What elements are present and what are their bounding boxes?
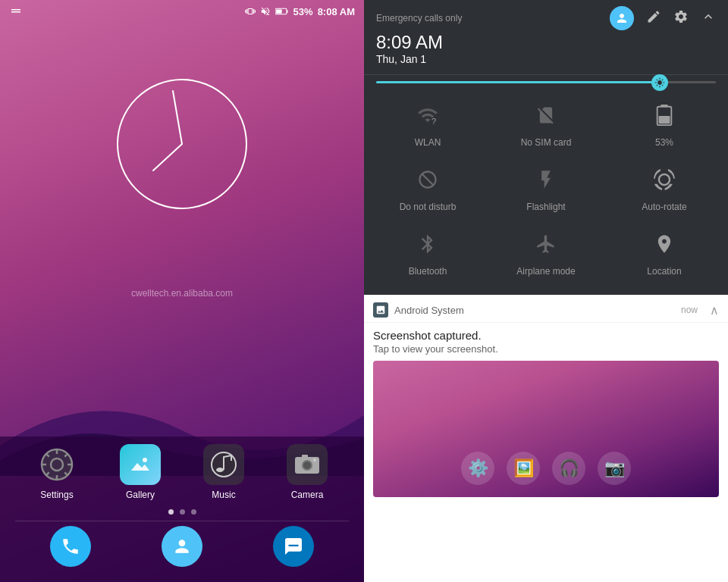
contacts-button[interactable] bbox=[162, 526, 202, 567]
svg-point-21 bbox=[303, 462, 311, 469]
app-row-main: Settings Gallery bbox=[15, 444, 349, 500]
analog-clock bbox=[0, 68, 364, 220]
app-settings[interactable]: Settings bbox=[36, 444, 77, 500]
silent-icon bbox=[260, 6, 271, 17]
page-dots bbox=[15, 509, 349, 515]
bluetooth-label: Bluetooth bbox=[409, 266, 447, 277]
panel-header-top: Emergency calls only bbox=[376, 6, 716, 30]
camera-label: Camera bbox=[291, 490, 324, 500]
brightness-slider[interactable] bbox=[376, 81, 716, 83]
thumb-gallery: 🖼️ bbox=[507, 452, 540, 485]
qs-no-sim[interactable]: No SIM card bbox=[488, 95, 604, 157]
music-label: Music bbox=[212, 490, 235, 500]
home-screen: 53% 8:08 AM cwelltech.en.alibaba.com bbox=[0, 0, 364, 582]
notif-subtitle: Tap to view your screenshot. bbox=[373, 343, 719, 355]
svg-point-16 bbox=[143, 458, 147, 462]
auto-rotate-icon bbox=[654, 169, 675, 196]
emergency-text: Emergency calls only bbox=[376, 13, 462, 23]
panel-icons bbox=[610, 6, 716, 30]
edit-icon[interactable] bbox=[646, 9, 661, 28]
gallery-label: Gallery bbox=[126, 490, 155, 500]
qs-bluetooth[interactable]: Bluetooth bbox=[370, 224, 485, 286]
panel-date: Thu, Jan 1 bbox=[376, 53, 716, 65]
settings-label: Settings bbox=[40, 490, 73, 500]
svg-rect-2 bbox=[276, 9, 282, 13]
battery-percent: 53% bbox=[293, 6, 313, 17]
no-sim-icon bbox=[535, 105, 557, 131]
wlan-icon: ? bbox=[417, 105, 438, 131]
screenshot-thumbnail[interactable]: ⚙️ 🖼️ 🎧 📷 bbox=[373, 361, 719, 497]
app-music[interactable]: Music bbox=[203, 444, 244, 500]
notif-expand-icon[interactable]: ∧ bbox=[710, 303, 719, 318]
qs-location[interactable]: Location bbox=[607, 224, 722, 286]
vibrate-icon bbox=[245, 6, 256, 17]
messages-button[interactable] bbox=[273, 526, 314, 567]
qs-wlan[interactable]: ? WLAN bbox=[370, 95, 485, 157]
auto-rotate-label: Auto-rotate bbox=[642, 202, 686, 212]
flashlight-icon bbox=[535, 169, 557, 196]
dnd-label: Do not disturb bbox=[400, 202, 457, 212]
thumb-settings: ⚙️ bbox=[461, 452, 494, 485]
svg-rect-22 bbox=[302, 455, 308, 458]
app-dock: Settings Gallery bbox=[0, 436, 364, 582]
status-bar-right: 53% 8:08 AM bbox=[245, 6, 355, 17]
qs-dnd[interactable]: Do not disturb bbox=[370, 160, 485, 221]
svg-text:?: ? bbox=[431, 116, 437, 126]
svg-rect-27 bbox=[659, 116, 670, 124]
user-avatar[interactable] bbox=[610, 6, 634, 30]
notif-app-name: Android System bbox=[394, 305, 675, 316]
qs-battery[interactable]: 53% bbox=[607, 95, 722, 157]
quick-settings-grid: ? WLAN No SIM card 53% bbox=[364, 89, 728, 292]
notif-app-icon bbox=[373, 302, 388, 318]
location-icon bbox=[654, 233, 675, 260]
collapse-icon[interactable] bbox=[701, 9, 716, 28]
svg-point-18 bbox=[216, 468, 224, 472]
dot-2 bbox=[180, 509, 185, 515]
settings-icon[interactable] bbox=[673, 9, 689, 28]
battery-tile-icon bbox=[656, 105, 673, 131]
qs-airplane[interactable]: Airplane mode bbox=[488, 224, 604, 286]
app-gallery[interactable]: Gallery bbox=[120, 444, 161, 500]
airplane-icon bbox=[535, 233, 557, 260]
status-bar-left bbox=[9, 5, 23, 18]
dot-1 bbox=[168, 509, 174, 515]
location-label: Location bbox=[647, 266, 681, 277]
qs-flashlight[interactable]: Flashlight bbox=[488, 160, 604, 221]
qs-auto-rotate[interactable]: Auto-rotate bbox=[607, 160, 722, 221]
wlan-label: WLAN bbox=[415, 137, 441, 148]
notification-icon bbox=[9, 5, 23, 18]
quick-access-row bbox=[15, 521, 349, 567]
airplane-label: Airplane mode bbox=[516, 266, 575, 277]
watermark: cwelltech.en.alibaba.com bbox=[131, 288, 233, 299]
clock-time: 8:08 AM bbox=[318, 6, 355, 17]
notification-body: Screenshot captured. Tap to view your sc… bbox=[364, 323, 728, 503]
notification-card[interactable]: Android System now ∧ Screenshot captured… bbox=[364, 295, 728, 582]
status-bar: 53% 8:08 AM bbox=[0, 0, 364, 23]
app-camera[interactable]: Camera bbox=[287, 444, 328, 500]
bluetooth-icon bbox=[417, 233, 438, 260]
brightness-thumb[interactable] bbox=[651, 74, 668, 91]
battery-tile-label: 53% bbox=[655, 137, 673, 148]
dnd-icon bbox=[417, 169, 438, 196]
panel-header: Emergency calls only bbox=[364, 0, 728, 75]
notif-time: now bbox=[681, 305, 698, 315]
svg-line-4 bbox=[153, 144, 182, 171]
svg-line-5 bbox=[173, 91, 182, 144]
thumb-camera: 📷 bbox=[598, 452, 631, 485]
brightness-slider-row bbox=[364, 75, 728, 89]
flashlight-label: Flashlight bbox=[526, 202, 565, 212]
notification-header: Android System now ∧ bbox=[364, 295, 728, 323]
dot-3 bbox=[191, 509, 196, 515]
thumb-music: 🎧 bbox=[552, 452, 585, 485]
notification-panel: Emergency calls only bbox=[364, 0, 728, 582]
no-sim-label: No SIM card bbox=[521, 137, 572, 148]
notif-title: Screenshot captured. bbox=[373, 329, 719, 342]
panel-time: 8:09 AM bbox=[376, 32, 716, 53]
svg-rect-1 bbox=[287, 10, 288, 13]
battery-icon bbox=[275, 6, 289, 17]
svg-point-23 bbox=[313, 458, 316, 462]
phone-button[interactable] bbox=[50, 526, 91, 567]
